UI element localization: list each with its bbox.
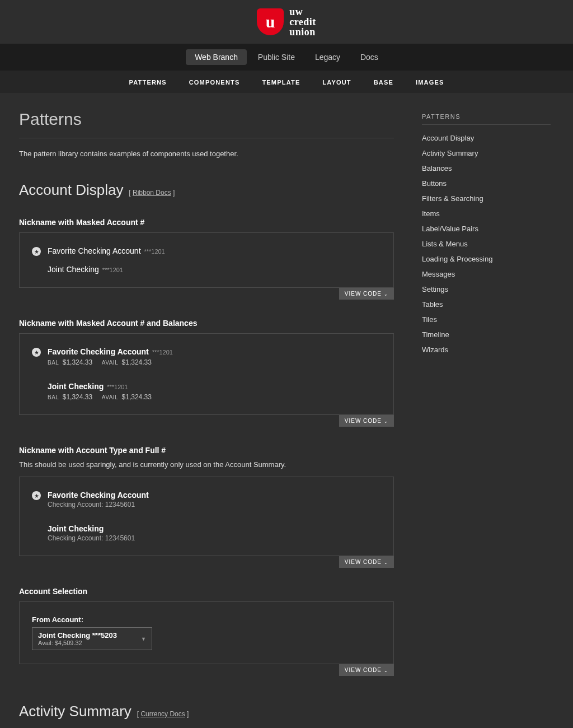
chevron-down-icon: ⌄: [384, 560, 388, 565]
account-mask: ***1201: [152, 349, 173, 356]
account-row: Joint Checking Checking Account: 1234560…: [32, 524, 381, 542]
bal-value: $1,324.33: [63, 393, 92, 401]
account-name: Joint Checking: [48, 265, 99, 274]
sub-masked-bal-title: Nickname with Masked Account # and Balan…: [19, 319, 394, 328]
account-row: Joint Checking ***1201: [32, 265, 381, 274]
logo-text: uw credit union: [289, 7, 316, 37]
sidebar-item-loading-processing[interactable]: Loading & Processing: [422, 251, 551, 267]
select-subvalue: Avail: $4,509.32: [38, 640, 117, 646]
favorite-star-icon: ★: [32, 247, 41, 256]
bal-value: $1,324.33: [63, 358, 92, 366]
nav-components[interactable]: Components: [189, 79, 240, 86]
tab-legacy[interactable]: Legacy: [306, 49, 349, 65]
primary-tabs: Web Branch Public Site Legacy Docs: [0, 44, 573, 71]
account-name: Joint Checking: [48, 524, 381, 533]
account-row: ★ Favorite Checking Account ***1201 BAL …: [32, 347, 381, 366]
sub-selection-title: Account Selection: [19, 587, 394, 596]
doclink-wrap: [ Ribbon Docs ]: [129, 189, 175, 197]
sidebar-item-items[interactable]: Items: [422, 206, 551, 221]
chevron-down-icon: ⌄: [384, 419, 388, 424]
sidebar-item-filters-searching[interactable]: Filters & Searching: [422, 191, 551, 206]
page-title: Patterns: [19, 110, 394, 129]
account-mask: ***1201: [102, 267, 123, 273]
logo-band: u uw credit union: [0, 0, 573, 44]
select-value: Joint Checking ***5203: [38, 631, 117, 640]
view-code-button[interactable]: VIEW CODE⌄: [339, 556, 394, 568]
nav-base[interactable]: Base: [374, 79, 393, 86]
nav-layout[interactable]: Layout: [322, 79, 351, 86]
main-content: Patterns The pattern library contains ex…: [19, 110, 394, 720]
view-code-button[interactable]: VIEW CODE⌄: [339, 415, 394, 427]
example-type-full: ★ Favorite Checking Account Checking Acc…: [19, 477, 394, 556]
ribbon-docs-link[interactable]: Ribbon Docs: [133, 189, 171, 197]
sidebar-item-tiles[interactable]: Tiles: [422, 312, 551, 327]
sub-type-full-desc: This should be used sparingly, and is cu…: [19, 460, 394, 469]
page-intro: The pattern library contains examples of…: [19, 150, 394, 158]
chevron-down-icon: ⌄: [384, 292, 388, 297]
account-select[interactable]: Joint Checking ***5203 Avail: $4,509.32 …: [32, 627, 152, 650]
nav-template[interactable]: Template: [262, 79, 300, 86]
secondary-nav: Patterns Components Template Layout Base…: [0, 71, 573, 93]
view-code-button[interactable]: VIEW CODE⌄: [339, 664, 394, 676]
account-name: Favorite Checking Account: [48, 347, 149, 356]
account-name: Favorite Checking Account: [48, 491, 381, 500]
tab-web-branch[interactable]: Web Branch: [186, 49, 247, 65]
sidebar-item-tables[interactable]: Tables: [422, 297, 551, 312]
avail-label: AVAIL: [102, 394, 118, 400]
account-row: Joint Checking ***1201 BAL $1,324.33 AVA…: [32, 382, 381, 401]
nav-images[interactable]: Images: [416, 79, 444, 86]
logo-mark-icon: u: [257, 8, 284, 35]
sidebar-title: PATTERNS: [422, 113, 551, 120]
sidebar-item-lists-menus[interactable]: Lists & Menus: [422, 236, 551, 251]
tab-public-site[interactable]: Public Site: [249, 49, 304, 65]
sidebar-item-timeline[interactable]: Timeline: [422, 327, 551, 342]
sidebar: PATTERNS Account Display Activity Summar…: [422, 110, 551, 720]
sidebar-item-activity-summary[interactable]: Activity Summary: [422, 146, 551, 161]
bal-label: BAL: [48, 394, 59, 400]
divider: [422, 124, 551, 125]
example-masked-bal: ★ Favorite Checking Account ***1201 BAL …: [19, 333, 394, 415]
currency-docs-link[interactable]: Currency Docs: [140, 710, 185, 718]
chevron-down-icon: ⌄: [384, 668, 388, 673]
sub-type-full-title: Nickname with Account Type and Full #: [19, 446, 394, 455]
sidebar-item-balances[interactable]: Balances: [422, 161, 551, 176]
account-mask: ***1201: [144, 248, 165, 255]
sidebar-item-account-display[interactable]: Account Display: [422, 130, 551, 146]
account-row: ★ Favorite Checking Account ***1201: [32, 246, 381, 256]
avail-value: $1,324.33: [122, 393, 152, 401]
sidebar-item-messages[interactable]: Messages: [422, 267, 551, 282]
section-account-display-title: Account Display: [19, 181, 123, 199]
avail-value: $1,324.33: [122, 358, 152, 366]
dropdown-triangle-icon: ▼: [141, 636, 146, 642]
divider: [19, 138, 394, 138]
bal-label: BAL: [48, 360, 59, 366]
account-subline: Checking Account: 12345601: [48, 534, 381, 542]
sidebar-item-label-value-pairs[interactable]: Label/Value Pairs: [422, 221, 551, 236]
account-subline: Checking Account: 12345601: [48, 501, 381, 508]
view-code-button[interactable]: VIEW CODE⌄: [339, 288, 394, 300]
account-mask: ***1201: [107, 384, 128, 390]
favorite-star-icon: ★: [32, 348, 41, 357]
favorite-star-icon: ★: [32, 491, 41, 500]
sidebar-item-settings[interactable]: Settings: [422, 282, 551, 297]
account-name: Joint Checking: [48, 382, 104, 391]
sub-masked-title: Nickname with Masked Account #: [19, 218, 394, 227]
account-row: ★ Favorite Checking Account Checking Acc…: [32, 491, 381, 508]
nav-patterns[interactable]: Patterns: [129, 79, 167, 86]
sidebar-item-wizards[interactable]: Wizards: [422, 342, 551, 357]
section-activity-summary-title: Activity Summary: [19, 703, 131, 720]
avail-label: AVAIL: [102, 360, 118, 366]
sidebar-item-buttons[interactable]: Buttons: [422, 176, 551, 191]
logo[interactable]: u uw credit union: [257, 7, 316, 37]
example-selection: From Account: Joint Checking ***5203 Ava…: [19, 601, 394, 664]
account-name: Favorite Checking Account: [48, 246, 141, 255]
example-masked: ★ Favorite Checking Account ***1201 Join…: [19, 232, 394, 288]
tab-docs[interactable]: Docs: [351, 49, 387, 65]
doclink-wrap: [ Currency Docs ]: [137, 710, 189, 718]
select-label: From Account:: [32, 615, 381, 624]
